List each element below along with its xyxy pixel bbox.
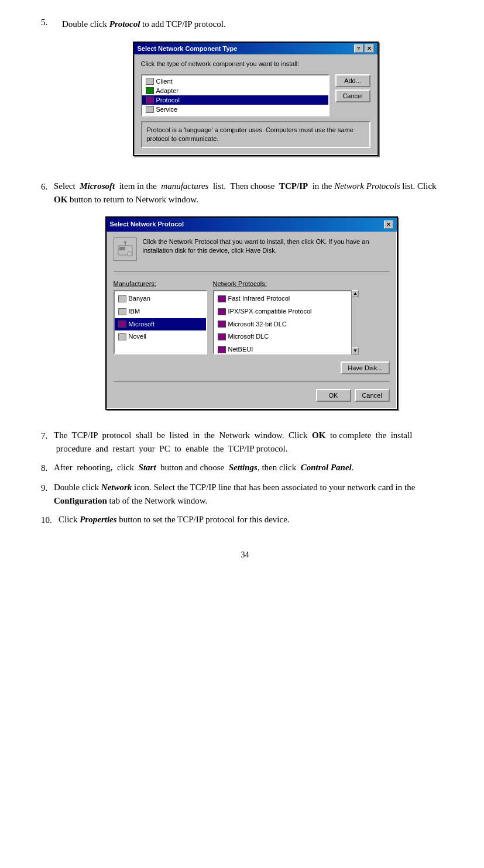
ok-button[interactable]: OK [316, 389, 351, 402]
service-label: Service [156, 106, 178, 113]
microsoft-keyword: Microsoft [80, 181, 115, 191]
client-icon [146, 78, 154, 85]
dialog1-help-button[interactable]: ? [354, 44, 363, 53]
msdlc-label: Microsoft DLC [228, 332, 269, 342]
step-9-text: Double click Network icon. Select the TC… [54, 481, 449, 507]
step-8-content: After rebooting, click Start button and … [54, 461, 449, 475]
configuration-keyword: Configuration [54, 496, 107, 505]
manufacturers-col: Manufacturers: Banyan IBM [114, 279, 207, 355]
step-5: 5. Double click Protocol to add TCP/IP p… [41, 18, 449, 169]
dialog1-list-area: Client Adapter Protocol [141, 74, 329, 116]
protocols-label: Network Protocols: [213, 279, 359, 290]
scroll-up-button[interactable]: ▲ [352, 290, 359, 297]
step-6-content: Select Microsoft item in the manufacture… [54, 180, 449, 423]
client-label: Client [156, 78, 173, 85]
component-type-list: Client Adapter Protocol [141, 74, 329, 116]
page-number: 34 [41, 550, 449, 560]
dialog1-inner: Client Adapter Protocol [141, 74, 370, 116]
list-item-msdlc[interactable]: Microsoft DLC [214, 330, 350, 343]
list-item-ms32dlc[interactable]: Microsoft 32-bit DLC [214, 318, 350, 331]
dialog2-title-buttons: ✕ [384, 221, 393, 229]
dialog2-have-disk-row: Have Disk... [114, 361, 390, 374]
protocol-icon [146, 97, 154, 104]
step-10-content: Click Properties button to set the TCP/I… [59, 513, 449, 527]
step-9: 9. Double click Network icon. Select the… [41, 481, 449, 507]
dialog1-body: Click the type of network component you … [134, 54, 377, 156]
list-item-ibm[interactable]: IBM [115, 305, 206, 318]
network-protocol-icon-svg [117, 241, 133, 257]
ibm-label: IBM [129, 306, 140, 317]
netbeui-icon [218, 346, 226, 353]
list-item-protocol[interactable]: Protocol [142, 95, 328, 105]
step-8: 8. After rebooting, click Start button a… [41, 461, 449, 475]
step-10-number: 10. [41, 513, 59, 527]
properties-keyword: Properties [80, 515, 116, 524]
step-5-content: Double click Protocol to add TCP/IP prot… [62, 18, 449, 169]
ipxspx-icon [218, 308, 226, 315]
step-10: 10. Click Properties button to set the T… [41, 513, 449, 527]
ipxspx-label: IPX/SPX-compatible Protocol [228, 306, 312, 317]
banyan-icon [118, 295, 126, 302]
dialog2-titlebar: Select Network Protocol ✕ [107, 218, 397, 232]
list-item-novell[interactable]: Novell [115, 330, 206, 343]
dialog2-body: Click the Network Protocol that you want… [107, 232, 397, 409]
step-6: 6. Select Microsoft item in the manufact… [41, 180, 449, 423]
cancel-button2[interactable]: Cancel [355, 389, 390, 402]
adapter-icon [146, 87, 154, 94]
step-9-number: 9. [41, 481, 54, 507]
settings-keyword: Settings [229, 463, 258, 472]
banyan-label: Banyan [129, 294, 150, 304]
dialog1-container: Select Network Component Type ? ✕ Click … [62, 42, 449, 157]
have-disk-button[interactable]: Have Disk... [341, 361, 389, 374]
step-6-text: Select Microsoft item in the manufacture… [54, 180, 449, 206]
list-item-banyan[interactable]: Banyan [115, 292, 206, 305]
dialog1-buttons: Add... Cancel [335, 74, 370, 102]
step-9-content: Double click Network icon. Select the TC… [54, 481, 449, 507]
dialog1-close-button[interactable]: ✕ [365, 44, 374, 53]
scroll-down-button[interactable]: ▼ [352, 347, 359, 354]
dialog1-title-buttons: ? ✕ [354, 44, 374, 53]
step-10-text: Click Properties button to set the TCP/I… [59, 513, 449, 526]
fast-ir-label: Fast Infrared Protocol [228, 294, 290, 304]
microsoft-label: Microsoft [129, 319, 155, 330]
list-item-microsoft[interactable]: Microsoft [115, 318, 206, 331]
list-item-netbeui[interactable]: NetBEUI [214, 343, 350, 355]
novell-icon [118, 333, 126, 340]
step-7-text: The TCP/IP protocol shall be listed in t… [54, 429, 449, 455]
svg-point-4 [124, 241, 126, 243]
protocols-list-wrapper: Fast Infrared Protocol IPX/SPX-compatibl… [213, 290, 359, 354]
list-item-adapter[interactable]: Adapter [142, 86, 328, 95]
cancel-button[interactable]: Cancel [335, 89, 370, 102]
dialog2-ok-cancel: OK Cancel [114, 389, 390, 402]
svg-point-2 [128, 252, 132, 256]
list-item-client[interactable]: Client [142, 77, 328, 86]
dialog2-title: Select Network Protocol [110, 219, 184, 230]
step7-ok-keyword: OK [312, 430, 325, 440]
step-8-text: After rebooting, click Start button and … [54, 461, 449, 474]
dialog2-close-button[interactable]: ✕ [384, 221, 393, 229]
dialog1-instruction: Click the type of network component you … [141, 60, 370, 67]
dialog2-top: Click the Network Protocol that you want… [114, 237, 390, 264]
ms32dlc-icon [218, 321, 226, 328]
netbeui-label: NetBEUI [228, 345, 253, 355]
manufacturers-list: Banyan IBM Microsoft [114, 290, 207, 354]
manufactures-keyword: manufactures [161, 181, 208, 191]
step-7: 7. The TCP/IP protocol shall be listed i… [41, 429, 449, 455]
protocols-col: Network Protocols: Fast Infrared Protoco… [213, 279, 359, 355]
network-protocols-keyword: Network Protocols [334, 181, 400, 191]
list-item-fast-infrared[interactable]: Fast Infrared Protocol [214, 292, 350, 305]
dialog2-divider2 [114, 381, 390, 382]
step-5-text: Double click Protocol to add TCP/IP prot… [62, 18, 449, 31]
ok-keyword: OK [54, 195, 67, 204]
list-item-service[interactable]: Service [142, 105, 328, 114]
dialog2-container: Select Network Protocol ✕ [54, 216, 449, 410]
ms32dlc-label: Microsoft 32-bit DLC [228, 319, 287, 330]
adapter-label: Adapter [156, 87, 179, 94]
add-button[interactable]: Add... [335, 74, 370, 87]
service-icon [146, 106, 154, 113]
dialog1-description: Protocol is a 'language' a computer uses… [141, 121, 370, 149]
select-network-component-dialog: Select Network Component Type ? ✕ Click … [133, 42, 379, 157]
list-item-ipxspx[interactable]: IPX/SPX-compatible Protocol [214, 305, 350, 318]
control-panel-keyword: Control Panel [301, 463, 352, 472]
dialog2-icon [114, 237, 137, 261]
